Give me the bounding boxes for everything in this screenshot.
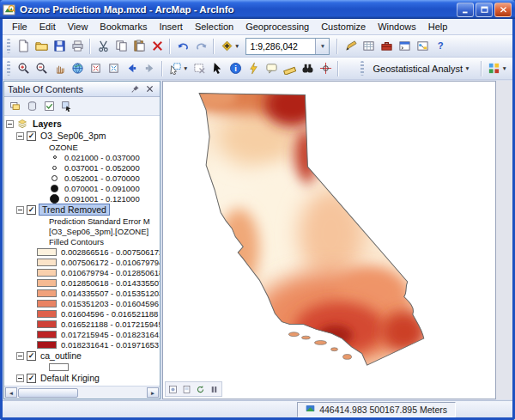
fixed-zoom-out-button[interactable] [105, 60, 122, 77]
python-window-button[interactable] [396, 38, 413, 55]
toc-header[interactable]: Table Of Contents [4, 82, 160, 97]
menu-view[interactable]: View [62, 21, 94, 33]
toc-row-symbol-class[interactable]: 0.052001 - 0.070000 [4, 173, 160, 183]
layer-name-label[interactable]: Trend Removed [39, 204, 110, 216]
scroll-thumb[interactable] [18, 388, 78, 398]
toolbar-grip[interactable] [7, 61, 10, 76]
layer-name-label[interactable]: Default Kriging [39, 373, 101, 383]
full-extent-button[interactable] [69, 60, 86, 77]
toc-row-layer[interactable]: ✓O3_Sep06_3pm [4, 130, 160, 142]
toc-row-layer[interactable]: ✓Trend Removed [4, 204, 160, 216]
menu-help[interactable]: Help [422, 21, 454, 33]
dropdown-arrow-icon[interactable]: ▼ [502, 65, 507, 71]
toc-row-symbol-class[interactable]: 0.091001 - 0.121000 [4, 193, 160, 204]
fixed-zoom-in-button[interactable] [87, 60, 104, 77]
menu-file[interactable]: File [6, 21, 33, 33]
scroll-right-arrow[interactable]: ► [147, 387, 159, 398]
expand-collapse-toggle[interactable] [16, 206, 24, 214]
maximize-button[interactable] [476, 3, 493, 17]
copy-button[interactable] [112, 38, 130, 55]
toc-row-contour-class[interactable]: 0.002866516 - 0.007506172 [4, 247, 160, 257]
layer-name-label[interactable]: O3_Sep06_3pm [39, 131, 107, 141]
toc-row-contour-class[interactable]: 0.017215945 - 0.018231641 [4, 329, 160, 339]
save-button[interactable] [51, 38, 68, 55]
list-by-source-icon[interactable] [24, 99, 39, 114]
toc-row-sublabel[interactable]: [O3_Sep06_3pm].[OZONE] [4, 226, 160, 236]
data-frame-label[interactable]: Layers [31, 119, 64, 129]
menu-selection[interactable]: Selection [189, 21, 239, 33]
pause-drawing-button[interactable] [208, 383, 221, 395]
menu-customize[interactable]: Customize [315, 21, 372, 33]
toc-row-contour-class[interactable]: 0.018231641 - 0.01971653 [4, 339, 160, 350]
modelbuilder-button[interactable] [414, 38, 431, 55]
zoom-out-tool[interactable] [33, 60, 50, 77]
toc-row-layer[interactable]: ✓ca_outline [4, 350, 160, 362]
toc-row-contour-class[interactable]: 0.014335507 - 0.015351203 [4, 288, 160, 298]
menu-geoprocessing[interactable]: Geoprocessing [239, 21, 315, 33]
menu-edit[interactable]: Edit [33, 21, 62, 33]
toc-row-sublabel[interactable]: Filled Contours [4, 236, 160, 247]
dropdown-arrow-icon[interactable]: ▼ [234, 43, 239, 49]
editor-toolbar-button[interactable] [342, 38, 359, 55]
find-button[interactable] [299, 60, 316, 77]
layer-visibility-checkbox[interactable]: ✓ [27, 131, 36, 141]
list-by-selection-icon[interactable] [58, 99, 74, 114]
title-bar[interactable]: Ozone Prediction Map.mxd - ArcMap - ArcI… [0, 0, 515, 19]
toc-row-contour-class[interactable]: 0.010679794 - 0.012850618 [4, 267, 160, 277]
go-back-extent-button[interactable] [123, 60, 140, 77]
go-forward-extent-button[interactable] [141, 60, 158, 77]
list-by-drawing-order-icon[interactable] [7, 99, 22, 114]
geostatistical-analyst-wizard-icon[interactable] [486, 60, 503, 77]
delete-button[interactable] [148, 38, 166, 55]
open-button[interactable] [33, 38, 50, 55]
layer-visibility-checkbox[interactable]: ✓ [27, 374, 36, 383]
paste-button[interactable] [130, 38, 148, 55]
toolbar-grip[interactable] [7, 39, 10, 53]
expand-collapse-toggle[interactable] [16, 374, 24, 382]
map-area[interactable] [162, 81, 496, 399]
minimize-button[interactable] [457, 3, 474, 17]
layer-visibility-checkbox[interactable]: ✓ [27, 351, 36, 361]
toolbar-grip[interactable] [360, 61, 364, 76]
measure-tool[interactable] [281, 60, 298, 77]
open-attribute-table-button[interactable] [360, 38, 377, 55]
expand-collapse-toggle[interactable] [6, 120, 14, 128]
select-features-tool[interactable] [167, 60, 184, 77]
close-button[interactable] [494, 3, 512, 17]
clear-selection-button[interactable] [191, 60, 208, 77]
redo-button[interactable] [192, 38, 209, 55]
select-elements-tool[interactable] [209, 60, 226, 77]
layer-visibility-checkbox[interactable]: ✓ [27, 205, 36, 215]
scroll-left-arrow[interactable]: ◄ [5, 387, 17, 398]
refresh-view-button[interactable] [194, 383, 207, 395]
toc-row-symbol-class[interactable]: 0.021000 - 0.037000 [4, 152, 160, 162]
add-data-button[interactable] [218, 38, 235, 55]
scroll-track[interactable] [18, 387, 146, 399]
toc-row-layer[interactable]: ✓Default Kriging [4, 372, 160, 384]
toc-close-icon[interactable] [143, 83, 156, 95]
toc-horizontal-scrollbar[interactable]: ◄ ► [4, 386, 160, 399]
toc-row-field[interactable]: OZONE [4, 142, 160, 152]
toc-row-data-frame[interactable]: Layers [4, 118, 160, 130]
auto-hide-pin-icon[interactable] [129, 83, 142, 95]
toc-row-symbol-class[interactable]: 0.037001 - 0.052000 [4, 162, 160, 173]
toc-row-symbol-class[interactable]: 0.070001 - 0.091000 [4, 183, 160, 193]
map-canvas[interactable] [163, 82, 495, 399]
toc-row-contour-class[interactable]: 0.015351203 - 0.01604596 [4, 298, 160, 308]
toc-row-sublabel[interactable]: Prediction Standard Error M [4, 216, 160, 226]
expand-collapse-toggle[interactable] [16, 352, 24, 360]
help-button[interactable]: ? [432, 38, 449, 55]
toc-row-contour-class[interactable]: 0.01604596 - 0.016521188 [4, 308, 160, 319]
undo-button[interactable] [174, 38, 191, 55]
zoom-in-tool[interactable] [15, 60, 32, 77]
go-to-xy-button[interactable] [317, 60, 334, 77]
data-view-button[interactable] [167, 383, 179, 395]
cut-button[interactable] [94, 38, 112, 55]
pan-tool[interactable] [51, 60, 68, 77]
html-popup-tool[interactable] [263, 60, 280, 77]
toc-row-contour-class[interactable]: 0.007506172 - 0.010679794 [4, 257, 160, 267]
new-map-button[interactable] [15, 38, 32, 55]
combo-dropdown-icon[interactable]: ▼ [315, 39, 329, 54]
toc-row-contour-class[interactable]: 0.016521188 - 0.017215945 [4, 319, 160, 329]
layout-view-button[interactable] [180, 383, 193, 395]
